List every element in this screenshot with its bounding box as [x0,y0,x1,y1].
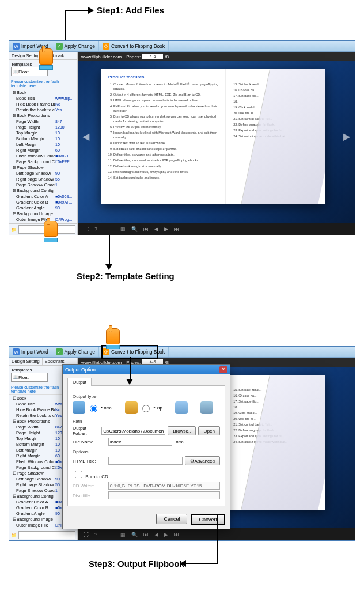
thumbnails-icon[interactable]: ▦ [120,532,126,537]
output-folder-label: Output Folder: [73,426,99,436]
apply-icon: ✓ [56,348,63,355]
convert-dialog-button[interactable]: Convert [191,514,225,525]
burn-cd-checkbox[interactable] [75,471,82,478]
import-icon: W [13,43,20,50]
list-item: HTML allows you to upload to a website t… [113,98,218,103]
help-icon[interactable]: ? [94,226,97,232]
apply-change-button[interactable]: ✓Apply Change [52,347,99,357]
prop-row[interactable]: Hide Book Frame BarNo [9,101,77,107]
tab-design-setting[interactable]: Design Setting [9,52,43,59]
cursor-hand-icon [39,48,55,69]
file-name-input[interactable] [108,438,172,446]
prop-row[interactable]: Left page Shadow90 [9,171,77,176]
import-word-button[interactable]: WImport Word [9,347,52,357]
zoom-icon[interactable]: 🔍 [131,532,138,537]
sidebar-tool-icon[interactable]: 📁 [11,227,17,232]
list-item: Burn to CD allows you to burn to disk so… [113,114,218,123]
prop-row[interactable]: Left Margin10 [9,142,77,148]
zoom-icon[interactable]: 🔍 [131,226,138,232]
prop-row[interactable]: Gradient Color A■0x008... [9,194,77,200]
sidebar-tool-icon[interactable]: 📁 [11,533,17,538]
prop-group[interactable]: ⊟Book [9,90,77,96]
prop-row[interactable]: Page Width847 [9,119,77,125]
flipbook-viewer: www.flipbuilder.com Pages: 4-5 /8 ◀ ▶ Pr… [78,52,355,235]
convert-button[interactable]: ⟳Convert to Flipping Book [99,41,169,51]
list-item: Preview the output effect instantly. [113,125,218,129]
cursor-hand-icon [106,328,122,349]
prop-row[interactable]: Gradient Color B■0x9AF... [9,200,77,205]
close-icon[interactable]: × [219,366,227,373]
prop-row[interactable]: Flash Window Color■0x821... [9,153,77,159]
prop-row[interactable]: Page Height1200 [9,125,77,130]
page-total: /8 [165,54,169,59]
prop-row[interactable]: Outer Image FileD:\Prog... [9,217,77,223]
main-toolbar: WImport Word ✓Apply Change ⟳Convert to F… [9,41,355,52]
list-item: EXE and Zip allow you to send to your us… [113,104,218,113]
help-icon[interactable]: ? [94,532,97,537]
prop-row[interactable]: Gradient Angle90 [9,205,77,211]
prop-group[interactable]: ⊟Book Proportions [9,113,77,119]
flipbook-preview[interactable]: Product features Convert Microsoft Word … [101,69,325,204]
prop-group[interactable]: ⊟Background Config [9,188,77,194]
html-title-input[interactable] [108,457,183,465]
prop-row[interactable]: Retain the book to centerYes [9,107,77,113]
template-select[interactable]: 📖 Float [11,373,48,382]
fullscreen-icon[interactable]: ⛶ [84,532,89,537]
thumbnails-icon[interactable]: ▦ [120,226,126,232]
pages-label: Pages: [126,54,141,59]
file-ext-label: .html [175,439,184,445]
disc-title-label: Disc title: [73,493,106,498]
open-button[interactable]: Open [198,426,220,435]
prop-row[interactable]: Right page Shadow55 [9,176,77,182]
output-type-app[interactable] [200,401,213,414]
file-name-label: File Name: [73,439,106,445]
html-radio[interactable] [90,405,97,412]
apply-change-button[interactable]: ✓Apply Change [52,41,99,51]
first-icon[interactable]: ⏮ [143,226,149,232]
browse-button[interactable]: Browse.. [168,426,196,435]
prev-page-icon[interactable]: ◀ [82,131,89,142]
prop-row[interactable]: Right Margin60 [9,148,77,153]
zip-radio[interactable] [142,405,150,412]
output-tab[interactable]: Output [67,378,92,386]
last-icon[interactable]: ⏭ [174,226,179,232]
convert-icon: ⟳ [103,43,109,50]
list-item: Define book margin size manually. [113,164,218,168]
prop-group[interactable]: ⊟Background Image [9,211,77,217]
prop-row[interactable]: Page Shadow Opacity1 [9,182,77,188]
prev-icon[interactable]: ◀ [154,226,158,232]
page-input[interactable]: 4-5 [142,54,163,59]
template-hint: Please customize the flash template here [9,78,77,89]
prop-row[interactable]: Top Margin10 [9,130,77,136]
tab-design-setting[interactable]: Design Setting [9,358,43,365]
advanced-button[interactable]: ⚙ Advanced [185,456,220,465]
cancel-button[interactable]: Cancel [156,514,187,524]
step3-label: Step3: Output Flipbook [89,559,184,569]
templates-label: Templates [11,62,32,67]
last-icon[interactable]: ⏭ [174,532,179,537]
property-tree[interactable]: ⊟BookBook Titlewww.flip...Hide Book Fram… [9,89,77,223]
path-label: Path [73,419,220,424]
step2-label: Step2: Template Setting [77,271,175,281]
list-item: Import text with so text is searchable. [113,141,218,145]
next-page-icon[interactable]: ▶ [343,131,350,142]
prop-row[interactable]: Book Titlewww.flip... [9,96,77,101]
next-icon[interactable]: ▶ [164,226,168,232]
fullscreen-icon[interactable]: ⛶ [84,226,89,232]
next-icon[interactable]: ▶ [164,532,168,537]
viewer-toolbar: ⛶ ? ▦ 🔍 ⏮ ◀ ▶ ⏭ [78,223,355,235]
output-type-exe[interactable] [175,401,188,414]
prev-icon[interactable]: ◀ [154,532,158,537]
sidebar-search-input[interactable] [18,531,75,539]
prop-row[interactable]: Page Background Color□0xFFF... [9,159,77,165]
zip-icon [125,401,138,414]
output-type-zip[interactable]: *.zip [125,401,162,414]
prop-row[interactable]: Bottom Margin10 [9,136,77,142]
prop-group[interactable]: ⊟Page Shadow [9,165,77,171]
step1-label: Step1: Add Files [97,5,164,15]
output-folder-input[interactable] [101,427,165,435]
first-icon[interactable]: ⏮ [143,532,149,537]
list-item: Output in 4 different formats: HTML, EXE… [113,92,218,97]
output-option-dialog: Output Option × Output Output type *.htm… [62,364,230,529]
output-type-html[interactable]: *.html [73,401,112,414]
